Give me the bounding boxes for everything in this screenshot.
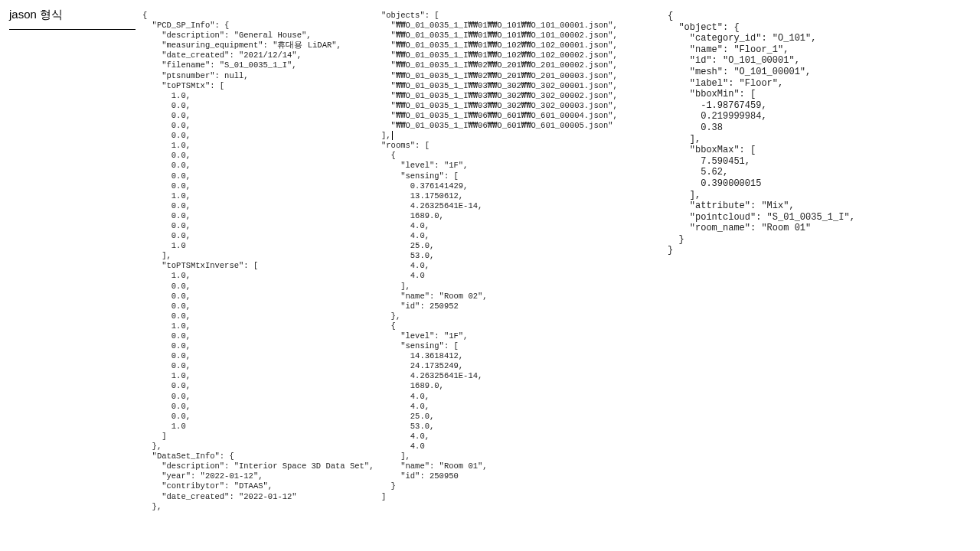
code-line: "level": "1F",: [381, 161, 657, 171]
code-line: 0.0,: [142, 331, 372, 341]
code-line: ],: [142, 251, 372, 261]
code-line: "₩₩O_01_0035_1_I₩₩01₩₩O_102₩₩O_102_00001…: [381, 41, 657, 51]
code-line: 4.0,: [381, 392, 657, 402]
code-line: 0.219999984,: [668, 111, 897, 122]
code-line: "₩₩O_01_0035_1_I₩₩06₩₩O_601₩₩O_601_00005…: [381, 121, 657, 131]
code-line: 4.0,: [381, 221, 657, 231]
code-line: "mesh": "O_101_00001",: [668, 67, 897, 78]
code-line: "attribute": "Mix",: [668, 201, 897, 212]
code-line: },: [381, 311, 657, 321]
code-line: 0.0,: [142, 231, 372, 241]
code-line: "bboxMin": [: [668, 89, 897, 100]
code-line: "name": "Floor_1",: [668, 44, 897, 56]
code-line: 1.0,: [142, 321, 372, 331]
code-line: 5.62,: [668, 167, 897, 178]
code-line: "₩₩O_01_0035_1_I₩₩03₩₩O_302₩₩O_302_00001…: [381, 81, 657, 91]
code-line: 1689.0,: [381, 381, 657, 391]
code-line: 1.0: [142, 422, 372, 432]
code-line: 0.0,: [142, 161, 372, 171]
code-line: 4.26325641E-14,: [381, 201, 657, 211]
code-line: 14.3618412,: [381, 351, 657, 361]
code-line: "DataSet_Info": {: [142, 452, 372, 461]
code-line: 0.0,: [142, 151, 372, 161]
code-line: 0.0,: [142, 221, 372, 231]
code-line: 1.0,: [142, 91, 372, 101]
header-label: jason 형식: [9, 8, 136, 30]
code-line: 53.0,: [381, 422, 657, 432]
code-line: 7.590451,: [668, 156, 897, 168]
code-line: "description": "General House",: [142, 31, 372, 41]
code-line: }: [668, 245, 897, 256]
code-line: 0.0,: [142, 302, 372, 311]
code-line: "₩₩O_01_0035_1_I₩₩01₩₩O_102₩₩O_102_00002…: [381, 51, 657, 60]
code-line: 0.38: [668, 122, 897, 134]
code-line: "sensing": [: [381, 341, 657, 351]
code-line: ]: [381, 492, 657, 502]
code-line: "contribytor": "DTAAS",: [142, 481, 372, 491]
code-line: 0.0,: [142, 201, 372, 211]
code-line: },: [142, 442, 372, 452]
code-line: "sensing": [: [381, 171, 657, 181]
code-line: "year": "2022-01-12",: [142, 471, 372, 481]
code-line: 25.0,: [381, 241, 657, 251]
code-line: 4.0: [381, 271, 657, 281]
code-line: "bboxMax": [: [668, 145, 897, 156]
code-line: "label": "Floor",: [668, 78, 897, 90]
code-line: 0.0,: [142, 101, 372, 111]
code-line: 4.0,: [381, 231, 657, 241]
code-line: "ptsnumber": null,: [142, 71, 372, 81]
code-line: }: [381, 481, 657, 491]
code-line: 0.0,: [142, 341, 372, 351]
code-line: 0.0,: [142, 402, 372, 412]
code-line: "id": 250952: [381, 302, 657, 311]
code-line: },: [142, 502, 372, 512]
code-line: "name": "Room 01",: [381, 461, 657, 471]
code-line: "₩₩O_01_0035_1_I₩₩01₩₩O_101₩₩O_101_00001…: [381, 21, 657, 31]
code-line: "rooms": [: [381, 141, 657, 151]
code-line: }: [668, 234, 897, 246]
code-line: "object": {: [668, 22, 897, 34]
code-line: ],: [381, 452, 657, 461]
code-line: "measuring_equipment": "휴대용 LiDAR",: [142, 41, 372, 51]
code-line: 4.0,: [381, 402, 657, 412]
code-line: "name": "Room 02",: [381, 292, 657, 302]
code-line: 0.0,: [142, 412, 372, 422]
code-line: 0.376141429,: [381, 181, 657, 191]
code-line: ],: [381, 131, 657, 141]
code-line: "toPTSMtx": [: [142, 81, 372, 91]
code-line: "₩₩O_01_0035_1_I₩₩01₩₩O_101₩₩O_101_00002…: [381, 31, 657, 41]
code-line: "id": "O_101_00001",: [668, 55, 897, 67]
code-line: {: [381, 321, 657, 331]
code-line: ],: [668, 134, 897, 145]
code-line: "₩₩O_01_0035_1_I₩₩06₩₩O_601₩₩O_601_00004…: [381, 111, 657, 121]
code-line: 1.0,: [142, 371, 372, 381]
code-line: 0.0,: [142, 282, 372, 292]
code-line: ],: [381, 282, 657, 292]
code-line: "filename": "S_01_0035_1_I",: [142, 60, 372, 70]
code-line: ]: [142, 432, 372, 442]
code-line: "date_created": "2021/12/14",: [142, 51, 372, 60]
code-line: "date_created": "2022-01-12": [142, 492, 372, 502]
header-text: jason 형식: [9, 8, 63, 21]
code-line: 0.0,: [142, 381, 372, 391]
code-line: "pointcloud": "S_01_0035_1_I",: [668, 212, 897, 223]
code-line: 0.0,: [142, 131, 372, 141]
code-line: 25.0,: [381, 412, 657, 422]
code-line: 1.0,: [142, 191, 372, 201]
code-line: {: [381, 151, 657, 161]
code-line: 0.0,: [142, 292, 372, 302]
code-line: "id": 250950: [381, 471, 657, 481]
code-line: 4.0,: [381, 432, 657, 442]
code-line: "category_id": "O_101",: [668, 33, 897, 44]
code-line: 0.390000015: [668, 178, 897, 190]
code-line: ],: [668, 190, 897, 201]
code-line: "PCD_SP_Info": {: [142, 21, 372, 31]
code-line: 1.0: [142, 241, 372, 251]
code-line: "toPTSMtxInverse": [: [142, 261, 372, 271]
code-line: 4.0,: [381, 261, 657, 271]
code-line: 0.0,: [142, 361, 372, 371]
code-line: "₩₩O_01_0035_1_I₩₩03₩₩O_302₩₩O_302_00003…: [381, 101, 657, 111]
code-line: "description": "Interior Space 3D Data S…: [142, 461, 372, 471]
code-line: "₩₩O_01_0035_1_I₩₩02₩₩O_201₩₩O_201_00002…: [381, 60, 657, 70]
code-line: "₩₩O_01_0035_1_I₩₩03₩₩O_302₩₩O_302_00002…: [381, 91, 657, 101]
